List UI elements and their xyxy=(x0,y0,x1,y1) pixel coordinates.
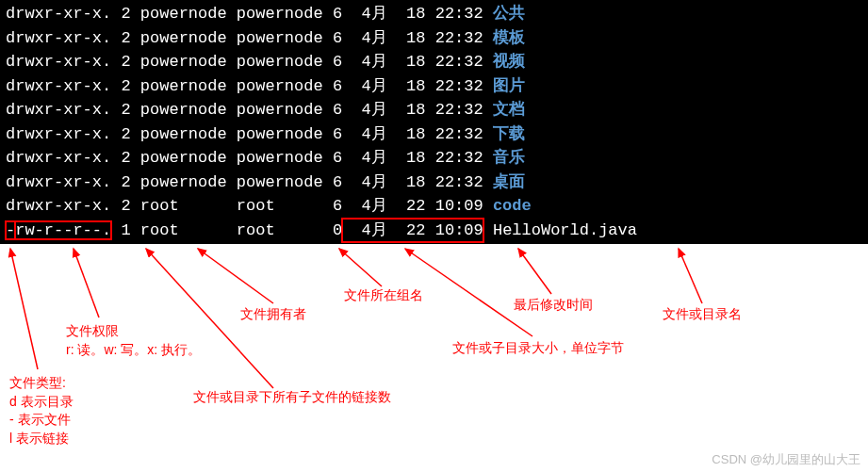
watermark: CSDN @幼儿园里的山大王 xyxy=(712,451,860,468)
filename: 音乐 xyxy=(483,146,525,171)
ls-row: drwxr-xr-x. 2 powernode powernode 6 4月 1… xyxy=(6,122,862,147)
filename: HelloWorld.java xyxy=(483,219,637,243)
filename: 桌面 xyxy=(483,171,525,195)
ls-row: drwxr-xr-x. 2 powernode powernode 6 4月 1… xyxy=(6,146,862,171)
svg-line-5 xyxy=(405,249,532,336)
ls-row: drwxr-xr-x. 2 powernode powernode 6 4月 1… xyxy=(6,98,862,122)
annotation-name: 文件或目录名 xyxy=(663,305,742,324)
ls-row: drwxr-xr-x. 2 powernode powernode 6 4月 1… xyxy=(6,74,862,99)
svg-line-0 xyxy=(10,249,38,369)
ls-row: drwxr-xr-x. 2 powernode powernode 6 4月 1… xyxy=(6,2,862,26)
ls-row: drwxr-xr-x. 2 powernode powernode 6 4月 1… xyxy=(6,26,862,51)
ls-row: -rw-r--r--. 1 root root 0 4月 22 10:09 He… xyxy=(6,219,862,243)
terminal-output: drwxr-xr-x. 2 powernode powernode 6 4月 1… xyxy=(0,0,868,244)
filename: code xyxy=(483,194,532,219)
ls-row: drwxr-xr-x. 2 powernode powernode 6 4月 1… xyxy=(6,171,862,195)
svg-line-7 xyxy=(679,249,702,303)
filename: 公共 xyxy=(483,2,525,26)
annotation-links: 文件或目录下所有子文件的链接数 xyxy=(193,388,391,407)
svg-line-3 xyxy=(198,249,273,303)
svg-line-6 xyxy=(518,249,551,294)
annotation-size: 文件或子目录大小，单位字节 xyxy=(452,339,624,358)
annotation-perm: 文件权限 r: 读。w: 写。x: 执行。 xyxy=(66,322,201,359)
filename: 视频 xyxy=(483,50,525,74)
annotation-owner: 文件拥有者 xyxy=(240,305,306,324)
svg-line-1 xyxy=(74,249,99,317)
filename: 下载 xyxy=(483,122,525,147)
annotation-filetype: 文件类型: d 表示目录 - 表示文件 l 表示链接 xyxy=(9,374,74,448)
svg-line-4 xyxy=(339,249,382,286)
annotation-group: 文件所在组名 xyxy=(344,286,423,305)
ls-row: drwxr-xr-x. 2 root root 6 4月 22 10:09 co… xyxy=(6,194,862,219)
annotation-area: 文件类型: d 表示目录 - 表示文件 l 表示链接 文件权限 r: 读。w: … xyxy=(0,247,868,472)
ls-row: drwxr-xr-x. 2 powernode powernode 6 4月 1… xyxy=(6,50,862,74)
filename: 模板 xyxy=(483,26,525,51)
filename: 文档 xyxy=(483,98,525,122)
filename: 图片 xyxy=(483,74,525,99)
annotation-mtime: 最后修改时间 xyxy=(514,296,593,315)
